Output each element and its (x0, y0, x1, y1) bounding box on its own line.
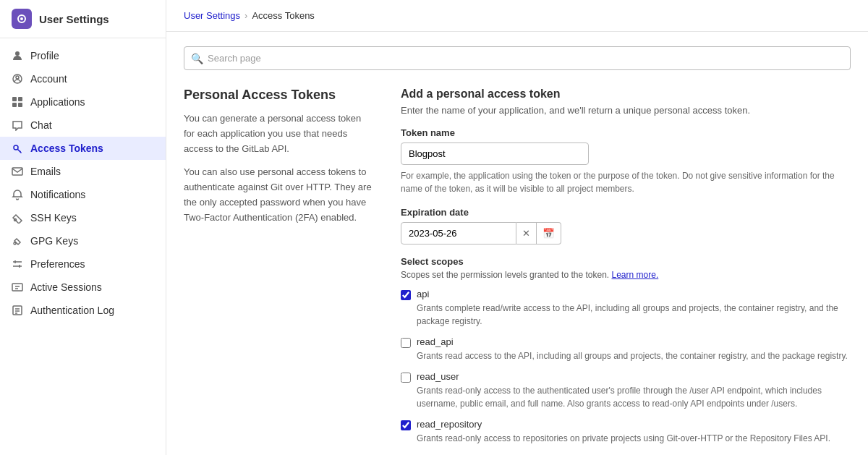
svg-point-2 (20, 17, 23, 20)
sidebar-item-profile[interactable]: Profile (0, 44, 166, 67)
scope-desc-read-api: Grants read access to the API, including… (401, 349, 851, 362)
key-icon (12, 143, 23, 154)
date-input-wrapper: ✕ 📅 (401, 222, 851, 244)
scope-desc-read-repository: Grants read-only access to repositories … (401, 432, 851, 445)
settings-icon (12, 9, 32, 29)
breadcrumb-separator: › (244, 10, 247, 21)
svg-rect-7 (18, 97, 22, 101)
scope-item-read-repository: read_repository Grants read-only access … (401, 419, 851, 445)
scope-row-read-user: read_user (401, 371, 851, 383)
ssh-icon (12, 212, 23, 224)
scopes-title: Select scopes (401, 256, 851, 267)
sidebar-title: User Settings (39, 13, 109, 25)
search-wrapper: 🔍 (184, 46, 851, 70)
svg-point-3 (15, 51, 20, 56)
svg-rect-9 (18, 103, 22, 107)
scope-item-read-user: read_user Grants read-only access to the… (401, 371, 851, 410)
scopes-hint: Scopes set the permission levels granted… (401, 270, 851, 280)
left-para1: You can generate a personal access token… (184, 111, 372, 156)
scope-checkbox-api[interactable] (401, 290, 411, 300)
calendar-button[interactable]: 📅 (537, 222, 561, 244)
scope-desc-api: Grants complete read/write access to the… (401, 302, 851, 328)
sidebar-item-preferences[interactable]: Preferences (0, 252, 166, 276)
clear-date-button[interactable]: ✕ (516, 222, 537, 244)
sidebar-item-account[interactable]: Account (0, 67, 166, 90)
search-icon: 🔍 (191, 53, 203, 64)
scope-row-read-api: read_api (401, 336, 851, 348)
svg-rect-11 (12, 168, 22, 175)
scopes-hint-text: Scopes set the permission levels granted… (401, 270, 609, 280)
add-token-title: Add a personal access token (401, 88, 851, 101)
search-bar: 🔍 (184, 46, 851, 70)
sidebar-item-chat[interactable]: Chat (0, 114, 166, 137)
scope-row-api: api (401, 289, 851, 300)
svg-point-13 (14, 242, 16, 244)
sidebar-item-auth-log[interactable]: Authentication Log (0, 299, 166, 322)
expiration-label: Expiration date (401, 207, 851, 218)
scope-checkbox-read-api[interactable] (401, 338, 411, 348)
sidebar-header: User Settings (0, 0, 166, 38)
scope-item-api: api Grants complete read/write access to… (401, 289, 851, 328)
email-icon (12, 166, 23, 177)
svg-point-5 (16, 76, 19, 79)
expiration-group: Expiration date ✕ 📅 (401, 207, 851, 244)
svg-point-10 (14, 145, 18, 150)
sidebar-item-access-tokens[interactable]: Access Tokens (0, 137, 166, 160)
sidebar-item-applications[interactable]: Applications (0, 90, 166, 114)
bell-icon (12, 189, 23, 200)
search-input[interactable] (184, 46, 851, 70)
scope-item-read-api: read_api Grants read access to the API, … (401, 336, 851, 362)
applications-icon (12, 96, 23, 108)
left-para2: You can also use personal access tokens … (184, 165, 372, 225)
scopes-learn-more[interactable]: Learn more. (612, 270, 659, 280)
token-name-hint: For example, the application using the t… (401, 169, 851, 195)
sessions-icon (12, 281, 23, 293)
breadcrumb-current: Access Tokens (252, 10, 314, 21)
svg-rect-8 (12, 103, 17, 107)
svg-rect-14 (12, 284, 22, 291)
scope-checkbox-read-repository[interactable] (401, 420, 411, 430)
breadcrumb: User Settings › Access Tokens (166, 0, 868, 32)
token-name-group: Token name For example, the application … (401, 127, 851, 195)
two-column-layout: Personal Access Tokens You can generate … (184, 88, 851, 455)
scope-desc-read-user: Grants read-only access to the authentic… (401, 384, 851, 410)
prefs-icon (12, 258, 23, 270)
token-name-label: Token name (401, 127, 851, 138)
scope-name-read-repository: read_repository (417, 419, 482, 430)
scope-name-read-user: read_user (417, 371, 459, 382)
expiration-input[interactable] (401, 222, 516, 244)
page-content: 🔍 Personal Access Tokens You can generat… (166, 32, 868, 455)
scope-name-read-api: read_api (417, 336, 454, 347)
log-icon (12, 305, 23, 316)
add-token-desc: Enter the name of your application, and … (401, 105, 851, 116)
sidebar-item-gpg-keys[interactable]: GPG Keys (0, 229, 166, 252)
sidebar: User Settings Profile Account Applicatio… (0, 0, 166, 455)
sidebar-item-notifications[interactable]: Notifications (0, 183, 166, 206)
sidebar-item-ssh-keys[interactable]: SSH Keys (0, 206, 166, 229)
account-icon (12, 73, 23, 85)
left-column: Personal Access Tokens You can generate … (184, 88, 372, 455)
sidebar-nav: Profile Account Applications Chat Access… (0, 38, 166, 328)
token-name-input[interactable] (401, 143, 589, 165)
sidebar-item-active-sessions[interactable]: Active Sessions (0, 276, 166, 299)
add-token-header: Add a personal access token Enter the na… (401, 88, 851, 116)
section-title: Personal Access Tokens (184, 88, 372, 103)
chat-icon (12, 119, 23, 131)
main-content: User Settings › Access Tokens 🔍 Personal… (166, 0, 868, 455)
scope-row-read-repository: read_repository (401, 419, 851, 430)
right-column: Add a personal access token Enter the na… (401, 88, 851, 455)
gpg-icon (12, 235, 23, 247)
sidebar-item-emails[interactable]: Emails (0, 160, 166, 183)
svg-rect-6 (12, 97, 17, 101)
breadcrumb-parent[interactable]: User Settings (184, 10, 240, 21)
scope-name-api: api (417, 289, 429, 299)
person-icon (12, 50, 23, 61)
scope-checkbox-read-user[interactable] (401, 373, 411, 383)
scopes-group: Select scopes Scopes set the permission … (401, 256, 851, 455)
